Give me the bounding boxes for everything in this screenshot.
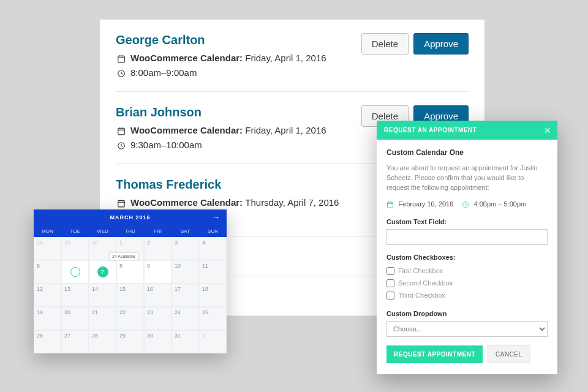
mini-calendar-day[interactable]: 29 (61, 237, 89, 260)
svg-rect-0 (118, 56, 125, 62)
mini-calendar-day[interactable]: 19 (34, 307, 61, 330)
mini-calendar-day[interactable]: 28 (89, 330, 116, 353)
custom-dropdown[interactable]: Choose... (386, 321, 548, 337)
mini-calendar-day[interactable]: 11 (199, 260, 227, 284)
day-tooltip: 24 Available (109, 252, 138, 260)
checkbox-label: Second Checkbox (398, 277, 453, 289)
mini-calendar-grid: 28293012345724 Available8910111213141516… (34, 237, 227, 353)
request-appointment-button[interactable]: REQUEST APPOINTMENT (386, 345, 483, 363)
mini-calendar-day[interactable]: 31 (172, 330, 199, 353)
svg-line-35 (466, 205, 467, 205)
clock-icon (116, 66, 127, 80)
mini-calendar-dow-row: MONTUEWEDTHUFRISATSUN (34, 225, 227, 237)
mini-calendar-dow: SUN (199, 225, 227, 237)
appointment-row: George CarltonWooCommerce Calendar: Frid… (116, 20, 469, 92)
checkboxes-label: Custom Checkboxes: (386, 254, 548, 261)
close-icon[interactable]: ✕ (544, 126, 552, 135)
svg-rect-29 (388, 202, 393, 208)
clock-icon (116, 138, 127, 153)
svg-rect-7 (118, 128, 125, 135)
mini-calendar: MARCH 2016 → MONTUEWEDTHUFRISATSUN 28293… (34, 209, 227, 353)
modal-header: REQUEST AN APPOINTMENT ✕ (377, 121, 557, 140)
mini-calendar-day[interactable]: 23 (144, 307, 172, 330)
modal-date: February 10, 2016 (398, 200, 453, 208)
mini-calendar-day[interactable]: 28 (34, 237, 61, 260)
appointment-time-line: 8:00am–9:00am (116, 66, 469, 80)
custom-checkbox[interactable] (386, 267, 394, 275)
appointment-time: 8:00am–9:00am (130, 66, 197, 80)
mini-calendar-dow: WED (89, 225, 116, 237)
mini-calendar-day[interactable]: 13 (61, 284, 89, 307)
mini-calendar-day[interactable]: 14 (89, 284, 116, 307)
mini-calendar-day[interactable]: 21 (89, 307, 116, 330)
mini-calendar-dow: TUE (61, 225, 89, 237)
modal-intro-text: You are about to request an appointment … (386, 163, 548, 192)
svg-line-6 (121, 74, 123, 74)
mini-calendar-day[interactable]: 10 (172, 260, 199, 284)
appointment-time: 9:30am–10:00am (130, 138, 202, 153)
approve-button[interactable]: Approve (413, 33, 469, 55)
text-field-label: Custom Text Field: (386, 218, 548, 225)
day-selected-icon: 7 (97, 266, 108, 277)
mini-calendar-day[interactable]: 1 (199, 330, 227, 353)
mini-calendar-day[interactable]: 25 (199, 307, 227, 330)
mini-calendar-day[interactable]: 2 (144, 237, 172, 260)
custom-checkbox[interactable] (386, 292, 394, 300)
appointment-date: Friday, April 1, 2016 (245, 123, 326, 138)
dropdown-label: Custom Dropdown (386, 310, 548, 317)
delete-button[interactable]: Delete (361, 33, 409, 55)
calendar-icon (116, 123, 127, 138)
appointment-date: Thursday, April 7, 2016 (245, 195, 339, 210)
calendar-icon (386, 200, 396, 208)
modal-calendar-name: Custom Calendar One (386, 148, 548, 157)
mini-calendar-dow: MON (34, 225, 61, 237)
mini-calendar-dow: SAT (172, 225, 199, 237)
mini-calendar-day[interactable]: 5 (34, 260, 61, 284)
clock-icon (462, 200, 471, 208)
mini-calendar-day[interactable]: 12 (34, 284, 61, 307)
mini-calendar-day[interactable]: 22 (116, 307, 144, 330)
checkbox-label: Third Checkbox (398, 289, 445, 301)
modal-time: 4:00pm – 5:00pm (474, 200, 527, 208)
modal-datetime: February 10, 2016 4:00pm – 5:00pm (386, 200, 548, 208)
mini-calendar-day[interactable]: 20 (61, 307, 89, 330)
mini-calendar-day[interactable]: 17 (172, 284, 199, 307)
custom-checkbox-row[interactable]: Third Checkbox (386, 289, 548, 301)
cancel-button[interactable]: CANCEL (488, 345, 530, 363)
svg-line-13 (121, 146, 123, 146)
calendar-icon (116, 51, 127, 66)
mini-calendar-day[interactable]: 8 (116, 260, 144, 284)
custom-checkbox-row[interactable]: First Checkbox (386, 265, 548, 277)
mini-calendar-day[interactable]: 724 Available (89, 260, 116, 284)
mini-calendar-day[interactable]: 9 (144, 260, 172, 284)
checkbox-label: First Checkbox (398, 265, 443, 277)
mini-calendar-day[interactable]: 27 (61, 330, 89, 353)
mini-calendar-day[interactable]: 26 (34, 330, 61, 353)
mini-calendar-day[interactable]: 18 (199, 284, 227, 307)
mini-calendar-day[interactable]: 3 (172, 237, 199, 260)
next-month-icon[interactable]: → (213, 213, 221, 222)
mini-calendar-header: MARCH 2016 → (34, 209, 227, 225)
modal-title: REQUEST AN APPOINTMENT (384, 127, 477, 134)
custom-text-field[interactable] (386, 229, 548, 245)
mini-calendar-day[interactable]: 29 (116, 330, 144, 353)
svg-rect-14 (118, 200, 125, 207)
mini-calendar-dow: FRI (144, 225, 172, 237)
mini-calendar-day[interactable]: 16 (144, 284, 172, 307)
mini-calendar-day[interactable] (61, 260, 89, 284)
mini-calendar-dow: THU (116, 225, 144, 237)
custom-checkbox-row[interactable]: Second Checkbox (386, 277, 548, 289)
day-available-ring-icon (70, 267, 80, 277)
mini-calendar-day[interactable]: 15 (116, 284, 144, 307)
mini-calendar-day[interactable]: 30 (144, 330, 172, 353)
mini-calendar-day[interactable]: 24 (172, 307, 199, 330)
appointment-date: Friday, April 1, 2016 (245, 51, 326, 66)
mini-calendar-day[interactable]: 4 (199, 237, 227, 260)
mini-calendar-month: MARCH 2016 (110, 214, 150, 221)
calendar-icon (116, 195, 127, 210)
request-appointment-modal: REQUEST AN APPOINTMENT ✕ Custom Calendar… (377, 121, 557, 374)
custom-checkbox[interactable] (386, 279, 394, 287)
